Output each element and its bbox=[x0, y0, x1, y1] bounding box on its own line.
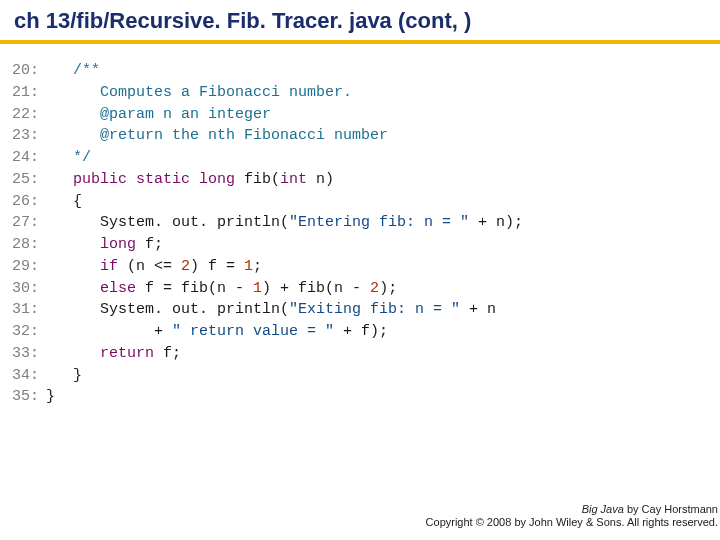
code-line: 28: long f; bbox=[12, 234, 523, 256]
copyright: Copyright © 2008 by John Wiley & Sons. A… bbox=[426, 516, 718, 528]
token-pl: ) f = bbox=[190, 258, 244, 275]
token-pl bbox=[46, 280, 100, 297]
token-pl bbox=[46, 127, 100, 144]
token-pl: } bbox=[46, 388, 55, 405]
line-number: 24: bbox=[12, 147, 46, 169]
footer: Big Java by Cay Horstmann Copyright © 20… bbox=[426, 503, 718, 531]
token-cm: @return the nth Fibonacci number bbox=[100, 127, 388, 144]
token-pl: System. out. println( bbox=[46, 214, 289, 231]
token-pl: + bbox=[46, 323, 172, 340]
token-cm: /** bbox=[73, 62, 100, 79]
code-line: 23: @return the nth Fibonacci number bbox=[12, 125, 523, 147]
code-line: 27: System. out. println("Entering fib: … bbox=[12, 212, 523, 234]
code-line: 33: return f; bbox=[12, 343, 523, 365]
token-pl: + n); bbox=[469, 214, 523, 231]
line-number: 31: bbox=[12, 299, 46, 321]
code-line: 21: Computes a Fibonacci number. bbox=[12, 82, 523, 104]
book-title: Big Java bbox=[582, 503, 624, 515]
token-pl: (n <= bbox=[118, 258, 181, 275]
token-pl: { bbox=[46, 193, 82, 210]
token-pl: + n bbox=[460, 301, 496, 318]
token-nm: 1 bbox=[244, 258, 253, 275]
line-number: 34: bbox=[12, 365, 46, 387]
token-pl bbox=[46, 171, 73, 188]
token-pl: + f); bbox=[334, 323, 388, 340]
token-kw: int bbox=[280, 171, 307, 188]
token-st: "Entering fib: n = " bbox=[289, 214, 469, 231]
token-pl: System. out. println( bbox=[46, 301, 289, 318]
page-title: ch 13/fib/Recursive. Fib. Tracer. java (… bbox=[14, 8, 471, 34]
token-pl: f = fib(n - bbox=[136, 280, 253, 297]
token-kw: if bbox=[100, 258, 118, 275]
token-cm: */ bbox=[73, 149, 91, 166]
token-pl: f; bbox=[154, 345, 181, 362]
code-line: 22: @param n an integer bbox=[12, 104, 523, 126]
code-line: 20: /** bbox=[12, 60, 523, 82]
token-nm: 1 bbox=[253, 280, 262, 297]
token-pl bbox=[46, 106, 100, 123]
token-cm: @param n an integer bbox=[100, 106, 271, 123]
token-pl: fib( bbox=[235, 171, 280, 188]
token-st: " return value = " bbox=[172, 323, 334, 340]
code-line: 29: if (n <= 2) f = 1; bbox=[12, 256, 523, 278]
token-pl bbox=[46, 236, 100, 253]
token-nm: 2 bbox=[181, 258, 190, 275]
line-number: 25: bbox=[12, 169, 46, 191]
token-pl: } bbox=[46, 367, 82, 384]
line-number: 20: bbox=[12, 60, 46, 82]
token-pl: ) + fib(n - bbox=[262, 280, 370, 297]
token-pl bbox=[46, 345, 100, 362]
token-cm: Computes a Fibonacci number. bbox=[100, 84, 352, 101]
line-number: 29: bbox=[12, 256, 46, 278]
token-pl bbox=[46, 149, 73, 166]
divider-rule bbox=[0, 40, 720, 44]
token-pl bbox=[46, 258, 100, 275]
code-block: 20: /**21: Computes a Fibonacci number.2… bbox=[12, 60, 523, 408]
token-st: "Exiting fib: n = " bbox=[289, 301, 460, 318]
line-number: 32: bbox=[12, 321, 46, 343]
code-line: 31: System. out. println("Exiting fib: n… bbox=[12, 299, 523, 321]
line-number: 21: bbox=[12, 82, 46, 104]
code-line: 25: public static long fib(int n) bbox=[12, 169, 523, 191]
line-number: 28: bbox=[12, 234, 46, 256]
token-kw: else bbox=[100, 280, 136, 297]
token-pl: n) bbox=[307, 171, 334, 188]
code-line: 32: + " return value = " + f); bbox=[12, 321, 523, 343]
token-kw: public static long bbox=[73, 171, 235, 188]
token-kw: return bbox=[100, 345, 154, 362]
line-number: 35: bbox=[12, 386, 46, 408]
line-number: 23: bbox=[12, 125, 46, 147]
token-pl: ; bbox=[253, 258, 262, 275]
token-pl bbox=[46, 84, 100, 101]
line-number: 26: bbox=[12, 191, 46, 213]
code-line: 30: else f = fib(n - 1) + fib(n - 2); bbox=[12, 278, 523, 300]
code-line: 26: { bbox=[12, 191, 523, 213]
token-pl: ); bbox=[379, 280, 397, 297]
author: by Cay Horstmann bbox=[624, 503, 718, 515]
line-number: 27: bbox=[12, 212, 46, 234]
token-kw: long bbox=[100, 236, 136, 253]
line-number: 33: bbox=[12, 343, 46, 365]
token-nm: 2 bbox=[370, 280, 379, 297]
code-line: 24: */ bbox=[12, 147, 523, 169]
code-line: 34: } bbox=[12, 365, 523, 387]
line-number: 22: bbox=[12, 104, 46, 126]
token-pl bbox=[46, 62, 73, 79]
line-number: 30: bbox=[12, 278, 46, 300]
code-line: 35:} bbox=[12, 386, 523, 408]
token-pl: f; bbox=[136, 236, 163, 253]
